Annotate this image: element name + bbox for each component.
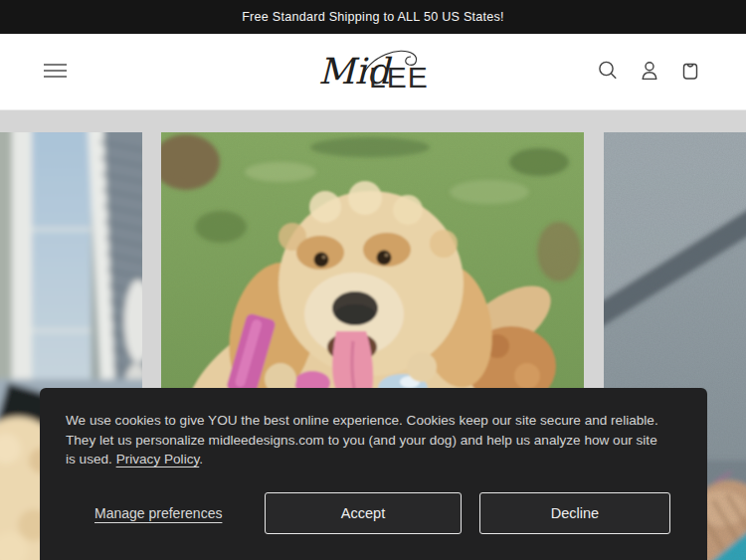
cookie-message: We use cookies to give YOU the best onli…: [66, 411, 662, 469]
accept-cookies-button[interactable]: Accept: [265, 492, 462, 534]
account-button[interactable]: [628, 49, 671, 93]
announcement-text: Free Standard Shipping to ALL 50 US Stat…: [242, 10, 504, 24]
logo-caps-text: LEE: [369, 61, 428, 93]
cookie-consent-dialog: We use cookies to give YOU the best onli…: [40, 388, 707, 560]
search-button[interactable]: [586, 49, 630, 93]
cart-button[interactable]: [668, 49, 712, 93]
logo-link[interactable]: Mid LEE: [318, 48, 428, 95]
menu-button[interactable]: [33, 49, 77, 93]
midlee-logo: Mid LEE: [318, 48, 428, 95]
site-header: Mid LEE: [0, 34, 746, 110]
privacy-policy-link[interactable]: Privacy Policy: [116, 452, 200, 467]
search-icon: [597, 60, 619, 82]
manage-preferences-link[interactable]: Manage preferences: [94, 505, 222, 521]
cookie-message-period: .: [199, 452, 203, 467]
decline-cookies-button[interactable]: Decline: [479, 492, 670, 534]
cookie-actions-row: Manage preferences Accept Decline: [66, 492, 681, 534]
cart-bag-icon: [679, 60, 701, 82]
account-icon: [639, 60, 660, 82]
page: Free Standard Shipping to ALL 50 US Stat…: [0, 0, 746, 560]
announcement-bar: Free Standard Shipping to ALL 50 US Stat…: [0, 0, 746, 34]
hamburger-menu-icon: [44, 64, 67, 78]
